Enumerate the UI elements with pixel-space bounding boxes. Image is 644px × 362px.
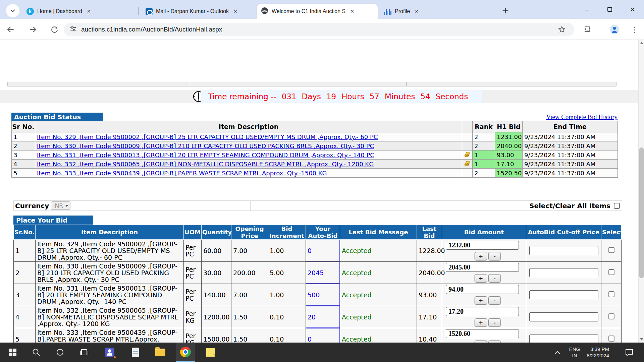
- new-tab-button[interactable]: +: [502, 5, 509, 15]
- autobid-cutoff-input[interactable]: [529, 312, 598, 321]
- action-center-button[interactable]: [620, 343, 639, 362]
- autobid-cutoff-input[interactable]: [529, 246, 598, 255]
- tray-expand-button[interactable]: [548, 343, 567, 362]
- window-close-button[interactable]: ✕: [623, 0, 642, 19]
- item-link[interactable]: Item No. 331 ,Item Code 9500013 ,[GROUP-…: [37, 152, 374, 159]
- item-link[interactable]: Item No. 329 ,Item Code 9500002 ,[GROUP-…: [37, 133, 378, 140]
- col-item-description: Item Description: [35, 121, 462, 132]
- increment-button[interactable]: +: [475, 274, 487, 283]
- bid-amount-input[interactable]: [446, 263, 519, 272]
- start-button[interactable]: [3, 343, 22, 362]
- tab-home-dashboard[interactable]: k Home | Dashboard ✕: [22, 4, 136, 19]
- item-link[interactable]: Item No. 330 ,Item Code 9500009 ,[GROUP-…: [37, 142, 374, 149]
- autobid-cutoff-input[interactable]: [529, 335, 598, 344]
- status-row: 1 Item No. 329 ,Item Code 9500002 ,[GROU…: [12, 132, 618, 141]
- tab-close-icon[interactable]: ✕: [87, 9, 91, 14]
- tab-close-icon[interactable]: ✕: [233, 9, 237, 14]
- col-h1-bid: H1 Bid: [495, 121, 523, 132]
- row-select-checkbox[interactable]: [608, 269, 614, 275]
- scrollbar-thumb[interactable]: [639, 147, 644, 278]
- back-button[interactable]: [4, 23, 17, 36]
- row-select-checkbox[interactable]: [608, 313, 614, 319]
- window-minimize-button[interactable]: –: [578, 0, 596, 19]
- browser-toolbar: auctions.c1india.com/AuctionBid/AuctionH…: [0, 19, 644, 40]
- scroll-up-arrow[interactable]: [640, 42, 643, 44]
- row-select-checkbox[interactable]: [608, 291, 614, 297]
- tab-close-icon[interactable]: ✕: [415, 9, 419, 14]
- scroll-down-arrow[interactable]: [640, 338, 643, 341]
- item-link[interactable]: Item No. 332 ,Item Code 9500065 ,[GROUP-…: [37, 161, 374, 168]
- decrement-button[interactable]: -: [488, 252, 501, 260]
- auction-bid-status-table: Sr No. Item Description Rank H1 Bid End …: [11, 121, 618, 178]
- h1-bid-value: 1231.00: [495, 132, 523, 141]
- trophy-cell: [462, 169, 473, 178]
- bid-amount-input[interactable]: [446, 307, 519, 316]
- chrome-app-button[interactable]: [176, 343, 195, 362]
- select-all-checkbox[interactable]: [614, 203, 620, 209]
- row-select-checkbox[interactable]: [608, 336, 614, 342]
- teams-app-button[interactable]: [100, 343, 119, 362]
- forward-button[interactable]: [26, 23, 40, 36]
- sr-no: 3: [14, 284, 36, 306]
- countdown-text: Time remaining -- 031Days 19Hours 57Minu…: [201, 90, 482, 103]
- tab-search-button[interactable]: [6, 4, 19, 17]
- increment-button[interactable]: +: [475, 252, 487, 260]
- file-explorer-button[interactable]: [151, 343, 170, 362]
- quantity: 30.00: [202, 262, 231, 284]
- cortana-button[interactable]: [51, 343, 69, 362]
- bid-increment: 0.10: [268, 306, 306, 328]
- row-select-checkbox[interactable]: [608, 247, 614, 253]
- window-maximize-button[interactable]: [600, 0, 619, 19]
- tab-auction-active[interactable]: Welcome to C1 India Auction S ✕: [257, 4, 378, 19]
- url-text: auctions.c1india.com/AuctionBid/AuctionH…: [81, 26, 222, 33]
- decrement-button[interactable]: -: [488, 274, 501, 283]
- gold-medal-icon: [462, 160, 473, 169]
- bookmark-button[interactable]: [555, 23, 569, 36]
- autobid-cutoff-input[interactable]: [529, 268, 598, 277]
- clock-tray[interactable]: 3:39 PM 8/22/2024: [582, 343, 609, 362]
- taskbar-search-button[interactable]: [27, 343, 46, 362]
- item-link[interactable]: Item No. 333 ,Item Code 9500439 ,[GROUP-…: [37, 170, 327, 177]
- k-logo-icon: k: [26, 8, 34, 15]
- view-bid-history-link[interactable]: View Complete Bid History: [546, 113, 618, 121]
- language-indicator[interactable]: ENG IN: [567, 343, 582, 362]
- end-time-value: 9/23/2024 11:37:00 AM: [523, 150, 618, 160]
- tab-close-icon[interactable]: ✕: [350, 9, 354, 14]
- chevron-down-icon: [10, 9, 15, 12]
- notepad-icon: [132, 348, 139, 357]
- chevron-down-icon: [65, 205, 68, 207]
- tab-profile[interactable]: Profile ✕: [380, 4, 493, 19]
- currency-select[interactable]: INR: [51, 201, 70, 210]
- address-bar[interactable]: auctions.c1india.com/AuctionBid/AuctionH…: [64, 23, 574, 36]
- autobid-cutoff-input[interactable]: [529, 290, 598, 299]
- vertical-scrollbar[interactable]: [638, 40, 644, 343]
- tab-outlook-mail[interactable]: Mail - Darpan Kumar - Outlook ✕: [142, 4, 255, 19]
- screen: k Home | Dashboard ✕ Mail - Darpan Kumar…: [0, 0, 644, 362]
- extensions-button[interactable]: [581, 23, 594, 36]
- decrement-button[interactable]: -: [488, 318, 501, 327]
- site-info-icon[interactable]: [70, 25, 76, 34]
- reload-button[interactable]: [48, 23, 61, 36]
- decrement-button[interactable]: -: [488, 296, 501, 305]
- last-bid: 93.00: [417, 284, 442, 306]
- bid-amount-input[interactable]: [446, 329, 519, 338]
- increment-button[interactable]: +: [475, 318, 487, 327]
- uom: Per PC: [184, 240, 202, 262]
- bid-amount-input[interactable]: [446, 285, 519, 294]
- end-time-value: 9/23/2024 11:37:00 AM: [523, 141, 618, 150]
- notepad-app-button[interactable]: [126, 343, 145, 362]
- status-header-row: Sr No. Item Description Rank H1 Bid End …: [12, 121, 618, 132]
- sticky-notes-button[interactable]: [201, 343, 220, 362]
- h1-bid-value: 93.00: [495, 150, 523, 160]
- kebab-menu-icon: ⋮: [631, 25, 638, 34]
- browser-menu-button[interactable]: ⋮: [628, 23, 641, 36]
- task-view-button[interactable]: [75, 343, 94, 362]
- col-bid-amount: Bid Amount: [442, 225, 526, 240]
- col-bid-increment: Bid Increment: [268, 225, 306, 240]
- profile-avatar[interactable]: [608, 23, 621, 36]
- col-select: Select: [601, 225, 622, 240]
- bid-row: 3 Item No. 331 ,Item Code 9500013 ,[GROU…: [14, 284, 622, 306]
- col-trophy: [462, 121, 473, 132]
- bid-amount-input[interactable]: [446, 241, 519, 250]
- increment-button[interactable]: +: [475, 296, 487, 305]
